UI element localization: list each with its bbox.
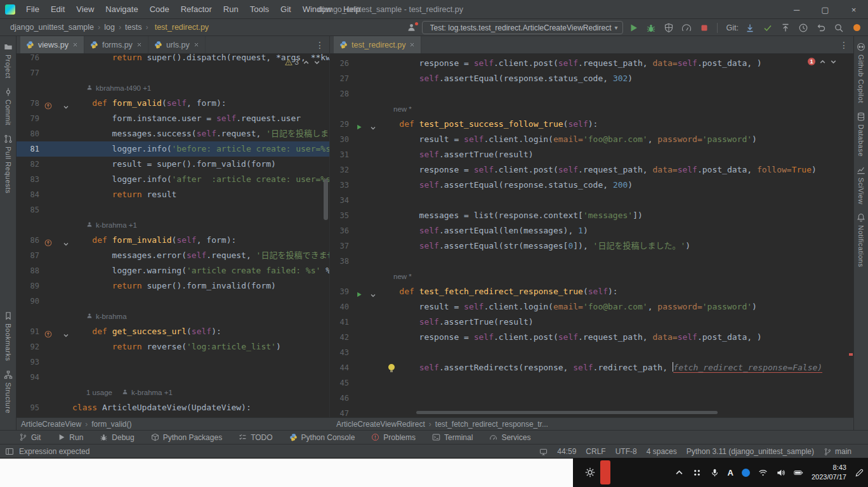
search-everywhere-button[interactable] — [831, 21, 846, 35]
line-number[interactable]: 76 — [16, 54, 39, 65]
line-number[interactable]: 88 — [16, 263, 39, 278]
tab-close-icon[interactable] — [194, 42, 199, 48]
screen-monitor-widget[interactable] — [539, 448, 548, 456]
codevision-annotation[interactable]: new * — [379, 269, 412, 284]
interpreter-widget[interactable]: Python 3.11 (django_unittest_sample) — [687, 447, 814, 456]
menu-git[interactable]: Git — [275, 0, 297, 19]
tab-close-icon[interactable] — [72, 42, 78, 48]
line-number[interactable]: 41 — [330, 315, 349, 330]
breadcrumb-item-test-fetch-redirect-response-tr[interactable]: test_fetch_redirect_response_tr... — [435, 420, 548, 429]
minimize-button[interactable]: ─ — [782, 0, 811, 19]
line-number[interactable]: 36 — [330, 223, 349, 238]
line-number[interactable]: 47 — [330, 406, 349, 417]
encoding-widget[interactable]: UTF-8 — [615, 447, 637, 456]
taskbar-clock[interactable]: 8:43 2023/07/17 — [812, 463, 846, 482]
git-history-button[interactable] — [796, 21, 811, 35]
line-number[interactable]: 80 — [16, 126, 39, 141]
tool-window-button-todo[interactable]: TODO — [239, 433, 272, 442]
menu-run[interactable]: Run — [218, 0, 244, 19]
line-number[interactable] — [16, 218, 39, 233]
close-button[interactable]: × — [839, 0, 868, 19]
tool-stripe-sciview[interactable]: SciView — [857, 166, 865, 204]
line-ending-widget[interactable]: CRLF — [586, 447, 605, 456]
tray-chevron-up-icon[interactable] — [674, 468, 684, 477]
menu-refactor[interactable]: Refactor — [175, 0, 218, 19]
line-number[interactable]: 44 — [330, 360, 349, 375]
vertical-scrollbar[interactable] — [324, 179, 328, 220]
debug-button[interactable] — [643, 21, 659, 35]
intention-bulb-icon[interactable] — [388, 364, 395, 370]
coverage-button[interactable] — [661, 21, 676, 35]
line-number[interactable]: 85 — [16, 202, 39, 218]
line-number[interactable]: 83 — [16, 172, 39, 187]
line-number[interactable]: 81 — [16, 141, 39, 157]
tab-options-icon[interactable]: ⋮ — [315, 36, 324, 54]
codevision-annotation[interactable]: kbrahma-t490 +1 — [72, 81, 151, 96]
line-number[interactable] — [16, 309, 39, 324]
run-configuration-select[interactable]: Test: log.tests.test_redirect.ArticleCre… — [422, 21, 623, 34]
git-commit-button[interactable] — [760, 21, 775, 35]
line-number[interactable]: 34 — [330, 193, 349, 208]
warning-triangle-icon[interactable]: 3 — [285, 58, 299, 67]
line-number[interactable]: 46 — [330, 391, 349, 406]
menu-code[interactable]: Code — [144, 0, 175, 19]
error-count-icon[interactable]: 1 — [808, 58, 815, 65]
line-number[interactable]: 90 — [16, 294, 39, 309]
caret-position-widget[interactable]: 44:59 — [557, 447, 576, 456]
line-number[interactable]: 28 — [330, 86, 349, 101]
tool-stripe-commit[interactable]: Commit — [4, 88, 13, 126]
tab-close-icon[interactable] — [136, 42, 142, 48]
tool-stripe-structure[interactable]: Structure — [4, 370, 13, 413]
indent-widget[interactable]: 4 spaces — [647, 447, 677, 456]
line-number[interactable]: 31 — [330, 147, 349, 162]
line-number[interactable]: 93 — [16, 354, 39, 370]
tab-test-redirect-py[interactable]: test_redirect.py — [334, 36, 421, 53]
codevision-annotation[interactable]: new * — [379, 101, 412, 117]
git-rollback-button[interactable] — [813, 21, 829, 35]
line-number[interactable]: 79 — [16, 111, 39, 126]
line-number[interactable]: 42 — [330, 330, 349, 345]
line-number[interactable] — [330, 101, 349, 117]
line-number[interactable]: 91 — [16, 324, 39, 339]
tool-window-button-problems[interactable]: Problems — [371, 433, 416, 442]
line-number[interactable]: 77 — [16, 65, 39, 81]
maximize-button[interactable]: ▢ — [811, 0, 839, 19]
pen-icon[interactable] — [855, 468, 864, 477]
line-number[interactable]: 38 — [330, 254, 349, 269]
line-number[interactable]: 82 — [16, 157, 39, 172]
right-editor[interactable]: 26 response = self.client.post(self.requ… — [330, 54, 853, 417]
blue-app-icon[interactable] — [742, 469, 750, 477]
tool-stripe-project[interactable]: Project — [4, 42, 13, 79]
tool-window-button-python-console[interactable]: Python Console — [289, 433, 355, 442]
breadcrumb-item-form-valid[interactable]: form_valid() — [91, 420, 131, 429]
tool-stripe-bookmarks[interactable]: Bookmarks — [4, 311, 13, 361]
prev-problem-button[interactable] — [303, 59, 310, 66]
line-number[interactable]: 33 — [330, 178, 349, 193]
tool-stripe-database[interactable]: Database — [857, 112, 865, 157]
line-number[interactable]: 92 — [16, 339, 39, 354]
stop-button[interactable] — [697, 21, 712, 35]
line-number[interactable] — [16, 81, 39, 96]
menu-navigate[interactable]: Navigate — [100, 0, 143, 19]
breadcrumb-item-test-redirect-py[interactable]: test_redirect.py — [152, 23, 209, 32]
tool-stripe-notifications[interactable]: Notifications — [857, 213, 865, 267]
line-number[interactable]: 27 — [330, 71, 349, 86]
menu-edit[interactable]: Edit — [45, 0, 70, 19]
breadcrumb-item-articlecreateviewredirect[interactable]: ArticleCreateViewRedirect — [336, 420, 425, 429]
line-number[interactable]: 26 — [330, 56, 349, 71]
breadcrumb-item-django-unittest-sample[interactable]: django_unittest_sample — [8, 23, 94, 32]
menu-view[interactable]: View — [70, 0, 100, 19]
breadcrumb-item-tests[interactable]: tests — [125, 23, 141, 32]
apps-grid-icon[interactable] — [692, 468, 702, 477]
code-with-me-button[interactable] — [404, 21, 419, 35]
tool-window-button-git[interactable]: Git — [19, 433, 41, 442]
settings-gear-icon[interactable] — [584, 467, 596, 478]
codevision-annotation[interactable]: k-brahma +1 — [72, 218, 137, 233]
line-number[interactable]: 84 — [16, 187, 39, 202]
line-number[interactable]: 35 — [330, 208, 349, 223]
next-problem-button[interactable] — [313, 59, 320, 66]
foreground-app-window[interactable] — [0, 458, 573, 487]
line-number[interactable]: 89 — [16, 278, 39, 294]
line-number[interactable]: 43 — [330, 345, 349, 360]
line-number[interactable]: 95 — [16, 400, 39, 415]
